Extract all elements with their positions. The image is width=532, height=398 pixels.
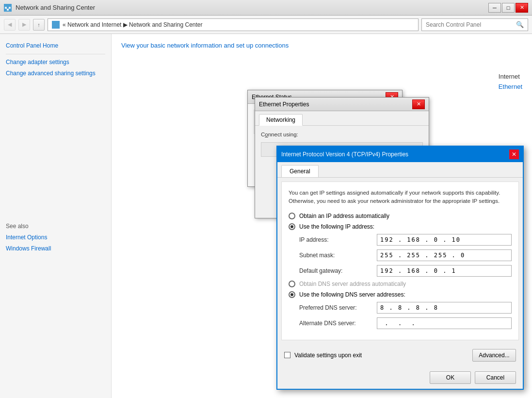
validate-checkbox-row: Validate settings upon exit [284, 352, 362, 359]
alternate-dns-input[interactable] [377, 317, 512, 329]
right-panel-labels: Internet Ethernet [499, 73, 522, 90]
see-also-label: See also [6, 223, 105, 230]
radio-obtain-dns-auto[interactable]: Obtain DNS server address automatically [289, 281, 512, 287]
address-icon [52, 21, 60, 29]
main-panel: View your basic network information and … [112, 34, 532, 398]
radio-obtain-auto-label: Obtain an IP address automatically [299, 213, 389, 219]
search-icon: 🔍 [516, 21, 524, 28]
main-window: Network and Sharing Center ─ □ ✕ ◀ ▶ ↑ «… [0, 0, 532, 398]
default-gateway-input[interactable] [377, 265, 512, 277]
search-input[interactable] [426, 21, 516, 28]
ip-fields-table: IP address: Subnet mask: Default gateway… [299, 234, 512, 277]
preferred-dns-input[interactable] [377, 302, 512, 314]
window-title: Network and Sharing Center [16, 4, 95, 11]
title-bar: Network and Sharing Center ─ □ ✕ [0, 0, 532, 16]
tcpip-tab-bar: General [277, 162, 523, 178]
sidebar-item-windows-firewall[interactable]: Windows Firewall [6, 245, 105, 253]
tcpip-info-text: You can get IP settings assigned automat… [289, 189, 512, 206]
tcpip-properties-dialog: Internet Protocol Version 4 (TCP/IPv4) P… [276, 146, 524, 390]
dns-fields-table: Preferred DNS server: Alternate DNS serv… [299, 302, 512, 329]
radio-obtain-auto-btn[interactable] [289, 213, 295, 219]
default-gateway-label: Default gateway: [299, 267, 377, 274]
sidebar: Control Panel Home Change adapter settin… [0, 34, 112, 398]
tcpip-title-text: Internet Protocol Version 4 (TCP/IPv4) P… [281, 151, 408, 158]
radio-obtain-auto[interactable]: Obtain an IP address automatically [289, 213, 512, 219]
breadcrumb: « Network and Internet ▶ Network and Sha… [63, 21, 202, 28]
minimize-button[interactable]: ─ [488, 3, 501, 13]
ethernet-props-title-text: Ethernet Properties [259, 101, 309, 108]
internet-label: Internet [499, 73, 522, 80]
address-path[interactable]: « Network and Internet ▶ Network and Sha… [48, 18, 419, 31]
tcpip-close-button[interactable]: ✕ [509, 149, 519, 159]
tcpip-content: You can get IP settings assigned automat… [281, 182, 519, 340]
cancel-button[interactable]: Cancel [475, 371, 516, 384]
view-basic-link[interactable]: View your basic network information and … [121, 42, 522, 49]
ok-button[interactable]: OK [430, 371, 471, 384]
ethernet-props-close-button[interactable]: ✕ [412, 100, 425, 109]
title-bar-left: Network and Sharing Center [4, 4, 95, 12]
tab-networking[interactable]: Networking [259, 114, 303, 126]
ethernet-properties-title-bar: Ethernet Properties ✕ [255, 98, 429, 111]
radio-use-following-ip-btn[interactable] [289, 223, 295, 230]
sidebar-item-internet-options[interactable]: Internet Options [6, 233, 105, 242]
advanced-button[interactable]: Advanced... [472, 349, 516, 362]
ethernet-label: Ethernet [499, 83, 522, 90]
ip-address-input[interactable] [377, 234, 512, 246]
ethernet-props-tab-bar: Networking [255, 111, 429, 126]
validate-checkbox[interactable] [284, 352, 290, 358]
tcpip-title-bar: Internet Protocol Version 4 (TCP/IPv4) P… [277, 147, 523, 162]
sidebar-divider [6, 54, 105, 54]
validate-label: Validate settings upon exit [294, 352, 362, 359]
forward-button[interactable]: ▶ [18, 19, 30, 31]
up-button[interactable]: ↑ [33, 19, 45, 31]
radio-use-following-ip[interactable]: Use the following IP address: [289, 223, 512, 230]
dialog-footer: Validate settings upon exit Advanced... [277, 344, 523, 366]
subnet-mask-input[interactable] [377, 249, 512, 261]
content-area: Control Panel Home Change adapter settin… [0, 34, 532, 398]
address-bar: ◀ ▶ ↑ « Network and Internet ▶ Network a… [0, 16, 532, 34]
title-bar-controls: ─ □ ✕ [488, 3, 528, 13]
alternate-dns-label: Alternate DNS server: [299, 320, 377, 327]
subnet-mask-row: Subnet mask: [299, 249, 512, 261]
sidebar-item-control-panel-home[interactable]: Control Panel Home [6, 42, 105, 50]
network-icon [4, 4, 12, 12]
subnet-mask-label: Subnet mask: [299, 252, 377, 259]
window-close-button[interactable]: ✕ [516, 3, 528, 13]
radio-obtain-dns-auto-label: Obtain DNS server address automatically [299, 281, 406, 287]
radio-use-following-ip-label: Use the following IP address: [299, 223, 374, 230]
preferred-dns-label: Preferred DNS server: [299, 304, 377, 311]
maximize-button[interactable]: □ [502, 3, 515, 13]
radio-use-following-dns-label: Use the following DNS server addresses: [299, 291, 405, 298]
radio-use-following-dns[interactable]: Use the following DNS server addresses: [289, 291, 512, 298]
ok-cancel-row: OK Cancel [277, 366, 523, 389]
sidebar-item-change-advanced[interactable]: Change advanced sharing settings [6, 69, 105, 78]
search-box: 🔍 [421, 18, 528, 31]
connect-using-label: Connect using: [261, 132, 423, 137]
tab-general[interactable]: General [281, 165, 319, 177]
back-button[interactable]: ◀ [4, 19, 16, 31]
radio-obtain-dns-auto-btn[interactable] [289, 281, 295, 287]
ip-address-label: IP address: [299, 236, 377, 243]
radio-use-following-dns-btn[interactable] [289, 291, 295, 298]
dns-section: Obtain DNS server address automatically … [289, 281, 512, 329]
ip-address-row: IP address: [299, 234, 512, 246]
default-gateway-row: Default gateway: [299, 265, 512, 277]
preferred-dns-row: Preferred DNS server: [299, 302, 512, 314]
sidebar-item-change-adapter[interactable]: Change adapter settings [6, 58, 105, 66]
alternate-dns-row: Alternate DNS server: [299, 317, 512, 329]
